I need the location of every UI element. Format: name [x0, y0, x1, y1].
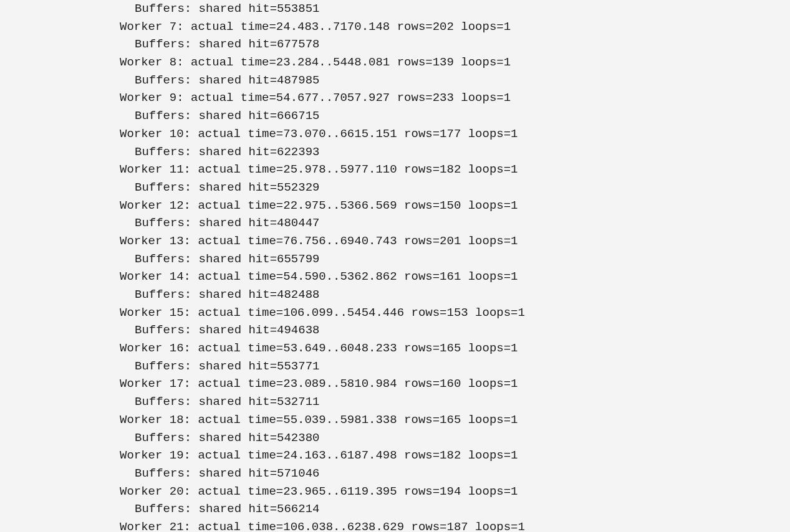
buffers-line: Buffers: shared hit=666715 — [0, 107, 790, 125]
worker-stats-line: Worker 18: actual time=55.039..5981.338 … — [0, 411, 790, 429]
worker-stats-line: Worker 17: actual time=23.089..5810.984 … — [0, 375, 790, 393]
buffers-line: Buffers: shared hit=571046 — [0, 465, 790, 483]
worker-stats-line: Worker 13: actual time=76.756..6940.743 … — [0, 232, 790, 250]
buffers-line: Buffers: shared hit=677578 — [0, 36, 790, 54]
worker-stats-line: Worker 20: actual time=23.965..6119.395 … — [0, 483, 790, 501]
buffers-line: Buffers: shared hit=552329 — [0, 179, 790, 197]
buffers-line: Buffers: shared hit=482488 — [0, 286, 790, 304]
query-plan-output: Buffers: shared hit=553851Worker 7: actu… — [0, 0, 790, 532]
buffers-line: Buffers: shared hit=487985 — [0, 72, 790, 90]
worker-stats-line: Worker 19: actual time=24.163..6187.498 … — [0, 447, 790, 465]
buffers-line: Buffers: shared hit=553851 — [0, 0, 790, 18]
worker-stats-line: Worker 10: actual time=73.070..6615.151 … — [0, 125, 790, 143]
worker-stats-line: Worker 21: actual time=106.038..6238.629… — [0, 518, 790, 532]
worker-stats-line: Worker 14: actual time=54.590..5362.862 … — [0, 268, 790, 286]
worker-stats-line: Worker 12: actual time=22.975..5366.569 … — [0, 197, 790, 215]
buffers-line: Buffers: shared hit=553771 — [0, 358, 790, 376]
worker-stats-line: Worker 9: actual time=54.677..7057.927 r… — [0, 89, 790, 107]
worker-stats-line: Worker 8: actual time=23.284..5448.081 r… — [0, 54, 790, 72]
buffers-line: Buffers: shared hit=480447 — [0, 214, 790, 232]
buffers-line: Buffers: shared hit=622393 — [0, 143, 790, 161]
buffers-line: Buffers: shared hit=655799 — [0, 250, 790, 268]
worker-stats-line: Worker 16: actual time=53.649..6048.233 … — [0, 340, 790, 358]
worker-stats-line: Worker 11: actual time=25.978..5977.110 … — [0, 161, 790, 179]
buffers-line: Buffers: shared hit=542380 — [0, 429, 790, 447]
buffers-line: Buffers: shared hit=566214 — [0, 500, 790, 518]
buffers-line: Buffers: shared hit=494638 — [0, 321, 790, 340]
buffers-line: Buffers: shared hit=532711 — [0, 393, 790, 411]
worker-stats-line: Worker 7: actual time=24.483..7170.148 r… — [0, 18, 790, 36]
worker-stats-line: Worker 15: actual time=106.099..5454.446… — [0, 304, 790, 322]
